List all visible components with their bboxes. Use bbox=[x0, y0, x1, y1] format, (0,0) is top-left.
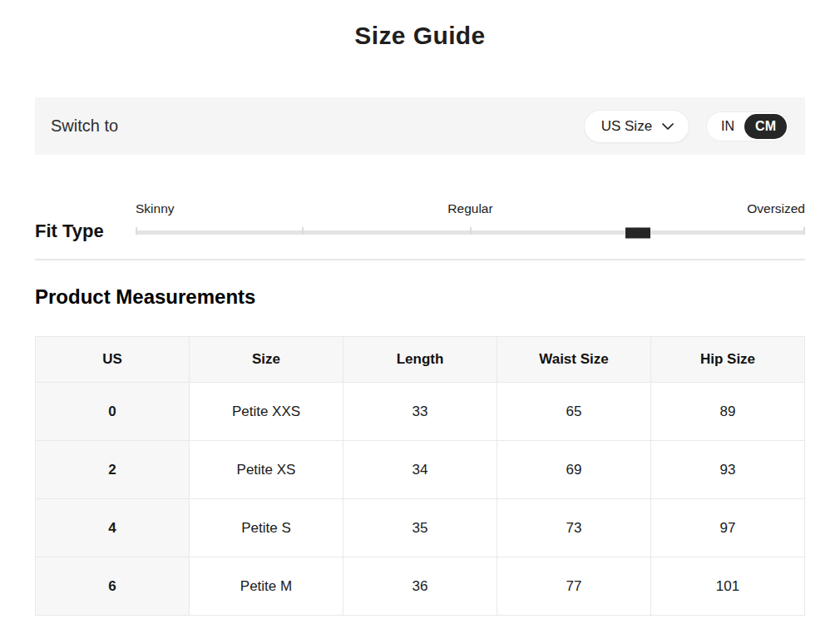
table-cell: Petite XXS bbox=[190, 383, 343, 441]
slider-tick bbox=[470, 227, 472, 235]
table-cell: 73 bbox=[497, 499, 651, 557]
column-header-length: Length bbox=[343, 337, 497, 383]
slider-handle[interactable] bbox=[625, 227, 650, 238]
fit-type-options: Skinny Regular Oversized bbox=[136, 201, 805, 216]
table-header-row: US Size Length Waist Size Hip Size bbox=[36, 337, 805, 383]
fit-option-oversized: Oversized bbox=[747, 201, 805, 216]
table-cell: 69 bbox=[497, 441, 651, 499]
slider-tick bbox=[136, 227, 137, 235]
fit-type-slider-track[interactable] bbox=[136, 230, 805, 235]
table-cell: 65 bbox=[497, 383, 651, 441]
unit-option-in[interactable]: IN bbox=[711, 114, 744, 139]
table-cell: 34 bbox=[343, 441, 497, 499]
page-title: Size Guide bbox=[35, 23, 805, 48]
table-cell: 0 bbox=[36, 383, 190, 441]
size-standard-dropdown[interactable]: US Size bbox=[584, 110, 689, 143]
table-cell: Petite S bbox=[190, 499, 343, 557]
table-cell: 2 bbox=[36, 441, 190, 499]
fit-type-label: Fit Type bbox=[35, 222, 136, 240]
measurements-title: Product Measurements bbox=[35, 286, 805, 308]
table-cell: Petite M bbox=[190, 557, 343, 616]
table-row: 6 Petite M 36 77 101 bbox=[36, 557, 805, 616]
table-cell: Petite XS bbox=[190, 441, 343, 499]
table-row: 0 Petite XXS 33 65 89 bbox=[36, 383, 805, 441]
switch-controls: US Size IN CM bbox=[584, 110, 789, 143]
slider-tick bbox=[803, 227, 805, 235]
table-cell: 77 bbox=[497, 557, 651, 616]
table-row: 2 Petite XS 34 69 93 bbox=[36, 441, 805, 499]
switch-bar: Switch to US Size IN CM bbox=[35, 97, 805, 155]
table-cell: 101 bbox=[651, 557, 805, 616]
table-cell: 36 bbox=[343, 557, 497, 616]
measurements-table: US Size Length Waist Size Hip Size 0 Pet… bbox=[35, 336, 805, 616]
column-header-waist-size: Waist Size bbox=[497, 337, 651, 383]
unit-toggle[interactable]: IN CM bbox=[706, 111, 789, 141]
fit-option-skinny: Skinny bbox=[136, 201, 175, 216]
table-cell: 35 bbox=[343, 499, 497, 557]
size-standard-value: US Size bbox=[601, 118, 652, 135]
column-header-us: US bbox=[36, 337, 190, 383]
table-cell: 33 bbox=[343, 383, 497, 441]
column-header-hip-size: Hip Size bbox=[651, 337, 805, 383]
table-cell: 6 bbox=[36, 557, 190, 616]
switch-to-label: Switch to bbox=[51, 116, 118, 136]
size-guide-panel: Size Guide Switch to US Size IN CM Fit T… bbox=[0, 23, 840, 616]
table-cell: 4 bbox=[36, 499, 190, 557]
table-row: 4 Petite S 35 73 97 bbox=[36, 499, 805, 557]
fit-option-regular: Regular bbox=[447, 201, 492, 216]
fit-type-slider-area: Skinny Regular Oversized bbox=[136, 201, 805, 235]
unit-option-cm[interactable]: CM bbox=[744, 114, 787, 139]
table-cell: 93 bbox=[651, 441, 805, 499]
table-cell: 89 bbox=[651, 383, 805, 441]
chevron-down-icon bbox=[662, 123, 674, 130]
table-cell: 97 bbox=[651, 499, 805, 557]
column-header-size: Size bbox=[190, 337, 343, 383]
slider-tick bbox=[302, 227, 304, 235]
fit-type-section: Fit Type Skinny Regular Oversized bbox=[35, 201, 805, 235]
section-divider bbox=[35, 259, 805, 260]
